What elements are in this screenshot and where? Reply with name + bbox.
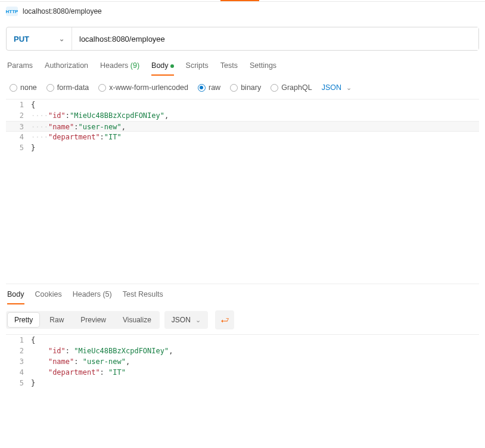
response-tab-headers[interactable]: Headers (5) [73, 290, 112, 304]
view-preview[interactable]: Preview [72, 311, 114, 329]
radio-binary[interactable]: binary [230, 83, 261, 92]
response-panel: Body Cookies Headers (5) Test Results Pr… [6, 284, 479, 388]
radio-none[interactable]: none [10, 83, 37, 92]
response-view-segment: Pretty Raw Preview Visualize [6, 311, 160, 329]
request-body-editor[interactable]: 1{ 2····"id":"MieUc48BBzXcpdFONIey", 3··… [6, 99, 479, 284]
chevron-down-icon: ⌄ [346, 84, 352, 92]
line-number: 4 [6, 367, 31, 378]
request-tabs: Params Authorization Headers (9) Body Sc… [6, 61, 479, 76]
response-format-select[interactable]: JSON ⌄ [164, 311, 208, 329]
response-tab-test-results[interactable]: Test Results [123, 290, 163, 304]
response-tab-cookies[interactable]: Cookies [35, 290, 62, 304]
line-number: 4 [6, 132, 31, 142]
modified-dot-icon [170, 64, 174, 68]
tab-settings[interactable]: Settings [250, 61, 276, 76]
response-tab-body[interactable]: Body [7, 290, 24, 304]
response-tab-headers-count: (5) [102, 290, 111, 298]
body-type-radios: none form-data x-www-form-urlencoded raw… [6, 83, 479, 92]
request-tab-title: localhost:8080/employee [23, 7, 102, 15]
tab-headers-count: (9) [130, 61, 139, 70]
radio-icon [230, 84, 238, 92]
radio-icon [98, 84, 106, 92]
body-format-select[interactable]: JSON ⌄ [322, 83, 352, 92]
response-toolbar: Pretty Raw Preview Visualize JSON ⌄ ⮐ [6, 310, 479, 329]
chevron-down-icon: ⌄ [195, 316, 201, 324]
response-format-value: JSON [172, 316, 191, 324]
radio-icon [46, 84, 54, 92]
tab-tests[interactable]: Tests [220, 61, 238, 76]
tab-scripts[interactable]: Scripts [186, 61, 209, 76]
wrap-lines-button[interactable]: ⮐ [215, 310, 234, 329]
response-tab-headers-label: Headers [73, 290, 101, 298]
body-format-value: JSON [322, 83, 341, 92]
tab-body-label: Body [151, 61, 169, 70]
response-body-viewer[interactable]: 1{ 2 "id": "MieUc48BBzXcpdFONIey", 3 "na… [6, 334, 479, 388]
request-tab-header: HTTP localhost:8080/employee [0, 1, 485, 21]
line-number: 3 [6, 122, 31, 131]
line-number: 5 [6, 378, 31, 388]
http-method-select[interactable]: PUT ⌄ [7, 27, 72, 50]
line-number: 1 [6, 335, 31, 346]
radio-raw[interactable]: raw [198, 83, 220, 92]
view-raw[interactable]: Raw [41, 311, 72, 329]
radio-icon [10, 84, 17, 92]
radio-form-data[interactable]: form-data [46, 83, 89, 92]
url-input[interactable] [72, 27, 478, 50]
http-method-value: PUT [14, 35, 29, 43]
view-pretty[interactable]: Pretty [8, 313, 39, 327]
chevron-down-icon: ⌄ [59, 35, 64, 43]
response-tabs: Body Cookies Headers (5) Test Results [6, 284, 479, 304]
http-method-badge: HTTP [6, 7, 18, 16]
view-visualize[interactable]: Visualize [114, 311, 160, 329]
tab-params[interactable]: Params [7, 61, 33, 76]
line-number: 3 [6, 356, 31, 367]
line-number: 5 [6, 142, 31, 153]
tab-headers[interactable]: Headers (9) [100, 61, 139, 76]
wrap-icon: ⮐ [220, 315, 229, 325]
line-number: 1 [6, 99, 31, 110]
tab-authorization[interactable]: Authorization [45, 61, 88, 76]
radio-x-www-form-urlencoded[interactable]: x-www-form-urlencoded [98, 83, 188, 92]
tab-headers-label: Headers [100, 61, 128, 70]
radio-graphql[interactable]: GraphQL [271, 83, 312, 92]
line-number: 2 [6, 346, 31, 356]
line-number: 2 [6, 110, 31, 121]
tab-active-indicator [220, 0, 259, 1]
radio-icon [198, 84, 206, 92]
request-url-bar: PUT ⌄ [6, 27, 479, 51]
radio-icon [271, 84, 278, 92]
tab-body[interactable]: Body [151, 61, 174, 76]
